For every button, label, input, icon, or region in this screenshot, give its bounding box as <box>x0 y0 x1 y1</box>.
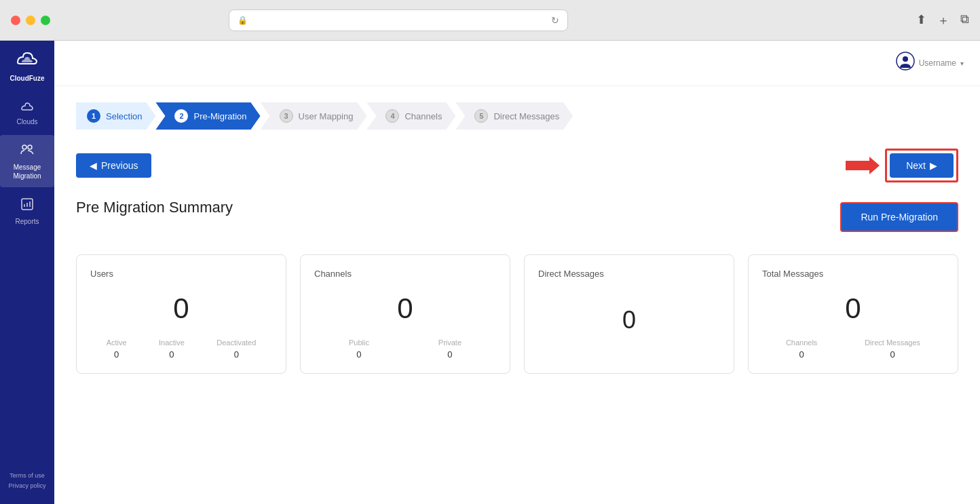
red-arrow-annotation <box>846 155 880 176</box>
total-card-title: Total Messages <box>762 269 944 279</box>
svg-point-1 <box>28 145 32 149</box>
page-title: Pre Migration Summary <box>76 199 233 216</box>
dm-main-value: 0 <box>622 306 636 334</box>
next-label: Next <box>906 160 926 171</box>
users-main-value: 0 <box>90 292 272 325</box>
step-pre-migration[interactable]: 2 Pre-Migration <box>155 102 260 130</box>
terms-of-use-link[interactable]: Terms of use <box>8 471 45 480</box>
logo-icon <box>15 49 39 72</box>
channels-card-title: Channels <box>314 269 496 279</box>
step-2-number: 2 <box>174 109 188 123</box>
sidebar-label-message-migration: Message Migration <box>4 163 50 180</box>
user-avatar-icon <box>896 52 915 75</box>
run-pre-migration-button[interactable]: Run Pre-Migration <box>840 202 958 232</box>
step-5-label: Direct Messages <box>493 111 559 121</box>
main-content: Username ▾ 1 Selection 2 Pre-Migration 3… <box>54 41 980 504</box>
privacy-policy-link[interactable]: Privacy policy <box>8 481 45 490</box>
total-channels-label: Channels <box>786 338 817 347</box>
sidebar-label-clouds: Clouds <box>16 118 37 125</box>
message-migration-icon <box>20 142 35 160</box>
direct-messages-card: Direct Messages 0 <box>524 254 734 374</box>
total-channels-value: 0 <box>799 349 804 360</box>
sidebar-nav: Clouds Message Migration <box>0 93 54 232</box>
new-tab-icon[interactable]: ＋ <box>937 12 949 28</box>
total-messages-card: Total Messages 0 Channels 0 Direct Messa… <box>748 254 958 374</box>
users-card: Users 0 Active 0 Inactive 0 Deactivated <box>76 254 286 374</box>
total-dm-value: 0 <box>890 349 895 360</box>
step-4-label: Channels <box>404 111 442 121</box>
step-5-number: 5 <box>474 109 488 123</box>
browser-chrome: 🔒 ↻ ⬆ ＋ ⧉ <box>0 0 980 41</box>
total-dm: Direct Messages 0 <box>865 338 920 360</box>
reload-icon[interactable]: ↻ <box>551 15 559 26</box>
next-button[interactable]: Next ▶ <box>890 153 954 178</box>
clouds-icon <box>20 100 35 115</box>
inactive-label: Inactive <box>159 338 185 347</box>
maximize-button[interactable] <box>41 16 50 25</box>
address-bar[interactable]: 🔒 ↻ <box>229 9 568 31</box>
svg-marker-5 <box>846 157 880 174</box>
logo: CloudFuze <box>10 49 44 82</box>
sidebar-label-reports: Reports <box>15 218 39 225</box>
user-name: Username <box>919 58 956 68</box>
wizard-steps: 1 Selection 2 Pre-Migration 3 User Mappi… <box>76 102 958 130</box>
public-label: Public <box>349 338 369 347</box>
sidebar-footer: Terms of use Privacy policy <box>8 471 45 496</box>
close-button[interactable] <box>11 16 20 25</box>
active-label: Active <box>107 338 127 347</box>
header: Username ▾ <box>54 41 980 86</box>
sidebar: CloudFuze Clouds Mess <box>0 41 54 504</box>
lock-icon: 🔒 <box>238 16 248 25</box>
previous-button[interactable]: ◀ Previous <box>76 153 151 178</box>
step-1-label: Selection <box>106 111 142 121</box>
reports-icon <box>20 197 35 215</box>
red-arrow-svg <box>846 155 880 176</box>
sidebar-item-message-migration[interactable]: Message Migration <box>0 135 54 187</box>
users-active: Active 0 <box>107 338 127 360</box>
step-3-number: 3 <box>280 109 293 123</box>
users-deactivated: Deactivated 0 <box>216 338 256 360</box>
previous-label: Previous <box>101 160 138 171</box>
minimize-button[interactable] <box>26 16 35 25</box>
logo-text: CloudFuze <box>10 75 44 82</box>
sidebar-item-reports[interactable]: Reports <box>0 190 54 232</box>
channels-main-value: 0 <box>314 292 496 325</box>
next-arrow-container: Next ▶ <box>846 149 958 182</box>
buttons-row: ◀ Previous Next ▶ <box>76 149 958 182</box>
users-sub-values: Active 0 Inactive 0 Deactivated 0 <box>90 338 272 360</box>
private-value: 0 <box>447 349 452 360</box>
public-value: 0 <box>356 349 361 360</box>
previous-arrow-icon: ◀ <box>90 160 97 171</box>
step-3-label: User Mapping <box>299 111 354 121</box>
step-2-label: Pre-Migration <box>193 111 246 121</box>
next-arrow-icon: ▶ <box>930 160 937 171</box>
step-channels[interactable]: 4 Channels <box>366 102 455 130</box>
total-main-value: 0 <box>762 292 944 325</box>
sidebar-item-clouds[interactable]: Clouds <box>0 93 54 132</box>
channels-card: Channels 0 Public 0 Private 0 <box>300 254 510 374</box>
total-dm-label: Direct Messages <box>865 338 920 347</box>
channels-public: Public 0 <box>349 338 369 360</box>
step-1-number: 1 <box>87 109 100 123</box>
cards-grid: Users 0 Active 0 Inactive 0 Deactivated <box>76 254 958 374</box>
content-area: 1 Selection 2 Pre-Migration 3 User Mappi… <box>54 86 980 504</box>
inactive-value: 0 <box>169 349 174 360</box>
deactivated-value: 0 <box>234 349 239 360</box>
step-direct-messages[interactable]: 5 Direct Messages <box>455 102 573 130</box>
title-run-row: Pre Migration Summary Run Pre-Migration <box>76 199 958 235</box>
dm-center: 0 <box>538 292 720 348</box>
step-selection[interactable]: 1 Selection <box>76 102 155 130</box>
users-inactive: Inactive 0 <box>159 338 185 360</box>
next-button-wrapper: Next ▶ <box>885 149 958 182</box>
channels-sub-values: Public 0 Private 0 <box>314 338 496 360</box>
private-label: Private <box>438 338 461 347</box>
windows-icon[interactable]: ⧉ <box>960 12 969 28</box>
browser-actions: ⬆ ＋ ⧉ <box>916 12 969 28</box>
total-sub-values: Channels 0 Direct Messages 0 <box>762 338 944 360</box>
users-card-title: Users <box>90 269 272 279</box>
step-user-mapping[interactable]: 3 User Mapping <box>261 102 367 130</box>
user-menu[interactable]: Username ▾ <box>896 52 964 75</box>
share-icon[interactable]: ⬆ <box>916 12 926 28</box>
step-4-number: 4 <box>385 109 399 123</box>
total-channels: Channels 0 <box>786 338 817 360</box>
